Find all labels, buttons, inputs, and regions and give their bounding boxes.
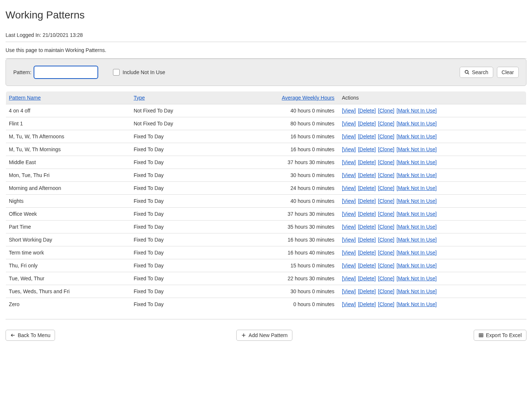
table-row: Thu, Fri onlyFixed To Day15 hours 0 minu… — [6, 259, 526, 272]
mark-not-in-use-link[interactable]: [Mark Not In Use] — [397, 134, 437, 139]
cell-pattern-name: Middle East — [6, 156, 131, 169]
clone-link[interactable]: [Clone] — [378, 263, 394, 268]
col-header-type[interactable]: Type — [134, 95, 145, 101]
mark-not-in-use-link[interactable]: [Mark Not In Use] — [397, 250, 437, 256]
table-row: M, Tu, W, Th AfternoonsFixed To Day16 ho… — [6, 130, 526, 143]
clone-link[interactable]: [Clone] — [378, 250, 394, 256]
view-link[interactable]: [View] — [342, 288, 356, 294]
delete-link[interactable]: [Delete] — [358, 198, 376, 204]
cell-avg-hours: 24 hours 0 minutes — [255, 182, 339, 195]
clone-link[interactable]: [Clone] — [378, 146, 394, 152]
delete-link[interactable]: [Delete] — [358, 121, 376, 127]
cell-avg-hours: 22 hours 30 minutes — [255, 272, 339, 285]
cell-type: Fixed To Day — [131, 221, 255, 233]
view-link[interactable]: [View] — [342, 185, 356, 191]
view-link[interactable]: [View] — [342, 108, 356, 114]
delete-link[interactable]: [Delete] — [358, 185, 376, 191]
delete-link[interactable]: [Delete] — [358, 275, 376, 281]
cell-pattern-name: M, Tu, W, Th Afternoons — [6, 130, 131, 143]
clone-link[interactable]: [Clone] — [378, 275, 394, 281]
clone-link[interactable]: [Clone] — [378, 172, 394, 178]
delete-link[interactable]: [Delete] — [358, 263, 376, 268]
clone-link[interactable]: [Clone] — [378, 159, 394, 165]
cell-type: Fixed To Day — [131, 259, 255, 272]
cell-type: Fixed To Day — [131, 233, 255, 246]
mark-not-in-use-link[interactable]: [Mark Not In Use] — [397, 275, 437, 281]
view-link[interactable]: [View] — [342, 211, 356, 217]
delete-link[interactable]: [Delete] — [358, 301, 376, 307]
mark-not-in-use-link[interactable]: [Mark Not In Use] — [397, 108, 437, 114]
delete-link[interactable]: [Delete] — [358, 211, 376, 217]
mark-not-in-use-link[interactable]: [Mark Not In Use] — [397, 211, 437, 217]
pattern-input[interactable] — [34, 66, 98, 79]
clone-link[interactable]: [Clone] — [378, 288, 394, 294]
cell-actions: [View] [Delete] [Clone] [Mark Not In Use… — [339, 143, 526, 156]
mark-not-in-use-link[interactable]: [Mark Not In Use] — [397, 288, 437, 294]
view-link[interactable]: [View] — [342, 159, 356, 165]
delete-link[interactable]: [Delete] — [358, 134, 376, 139]
view-link[interactable]: [View] — [342, 121, 356, 127]
mark-not-in-use-link[interactable]: [Mark Not In Use] — [397, 185, 437, 191]
cell-pattern-name: 4 on 4 off — [6, 104, 131, 117]
delete-link[interactable]: [Delete] — [358, 159, 376, 165]
clone-link[interactable]: [Clone] — [378, 185, 394, 191]
view-link[interactable]: [View] — [342, 237, 356, 243]
view-link[interactable]: [View] — [342, 250, 356, 256]
table-row: Term time workFixed To Day16 hours 40 mi… — [6, 246, 526, 259]
cell-pattern-name: Term time work — [6, 246, 131, 259]
mark-not-in-use-link[interactable]: [Mark Not In Use] — [397, 301, 437, 307]
table-row: 4 on 4 offNot Fixed To Day40 hours 0 min… — [6, 104, 526, 117]
checkbox-icon — [113, 69, 120, 76]
clone-link[interactable]: [Clone] — [378, 121, 394, 127]
clone-link[interactable]: [Clone] — [378, 301, 394, 307]
view-link[interactable]: [View] — [342, 146, 356, 152]
clone-link[interactable]: [Clone] — [378, 237, 394, 243]
table-row: M, Tu, W, Th MorningsFixed To Day16 hour… — [6, 143, 526, 156]
mark-not-in-use-link[interactable]: [Mark Not In Use] — [397, 263, 437, 268]
mark-not-in-use-link[interactable]: [Mark Not In Use] — [397, 224, 437, 230]
cell-type: Fixed To Day — [131, 169, 255, 182]
view-link[interactable]: [View] — [342, 134, 356, 139]
clone-link[interactable]: [Clone] — [378, 134, 394, 139]
mark-not-in-use-link[interactable]: [Mark Not In Use] — [397, 146, 437, 152]
cell-pattern-name: Flint 1 — [6, 117, 131, 130]
mark-not-in-use-link[interactable]: [Mark Not In Use] — [397, 237, 437, 243]
clear-button[interactable]: Clear — [497, 67, 519, 78]
col-header-pattern-name[interactable]: Pattern Name — [9, 95, 41, 101]
view-link[interactable]: [View] — [342, 301, 356, 307]
delete-link[interactable]: [Delete] — [358, 288, 376, 294]
cell-avg-hours: 40 hours 0 minutes — [255, 195, 339, 208]
export-to-excel-button[interactable]: Export To Excel — [474, 330, 526, 341]
delete-link[interactable]: [Delete] — [358, 250, 376, 256]
mark-not-in-use-link[interactable]: [Mark Not In Use] — [397, 198, 437, 204]
search-button-label: Search — [472, 69, 488, 75]
mark-not-in-use-link[interactable]: [Mark Not In Use] — [397, 172, 437, 178]
view-link[interactable]: [View] — [342, 224, 356, 230]
clone-link[interactable]: [Clone] — [378, 224, 394, 230]
view-link[interactable]: [View] — [342, 172, 356, 178]
view-link[interactable]: [View] — [342, 263, 356, 268]
mark-not-in-use-link[interactable]: [Mark Not In Use] — [397, 159, 437, 165]
delete-link[interactable]: [Delete] — [358, 146, 376, 152]
page-instruction: Use this page to maintain Working Patter… — [6, 47, 526, 53]
mark-not-in-use-link[interactable]: [Mark Not In Use] — [397, 121, 437, 127]
delete-link[interactable]: [Delete] — [358, 172, 376, 178]
col-header-avg-hours[interactable]: Average Weekly Hours — [282, 95, 334, 101]
back-to-menu-button[interactable]: Back To Menu — [6, 330, 55, 341]
clone-link[interactable]: [Clone] — [378, 198, 394, 204]
table-row: NightsFixed To Day40 hours 0 minutes[Vie… — [6, 195, 526, 208]
last-logged-in: Last Logged In: 21/10/2021 13:28 — [6, 32, 526, 38]
clone-link[interactable]: [Clone] — [378, 211, 394, 217]
cell-actions: [View] [Delete] [Clone] [Mark Not In Use… — [339, 169, 526, 182]
view-link[interactable]: [View] — [342, 275, 356, 281]
delete-link[interactable]: [Delete] — [358, 108, 376, 114]
plus-icon — [241, 333, 246, 338]
clone-link[interactable]: [Clone] — [378, 108, 394, 114]
add-new-pattern-button[interactable]: Add New Pattern — [236, 330, 292, 341]
view-link[interactable]: [View] — [342, 198, 356, 204]
cell-type: Fixed To Day — [131, 195, 255, 208]
delete-link[interactable]: [Delete] — [358, 224, 376, 230]
include-not-in-use-checkbox[interactable]: Include Not In Use — [113, 69, 165, 76]
search-button[interactable]: Search — [460, 67, 493, 78]
delete-link[interactable]: [Delete] — [358, 237, 376, 243]
